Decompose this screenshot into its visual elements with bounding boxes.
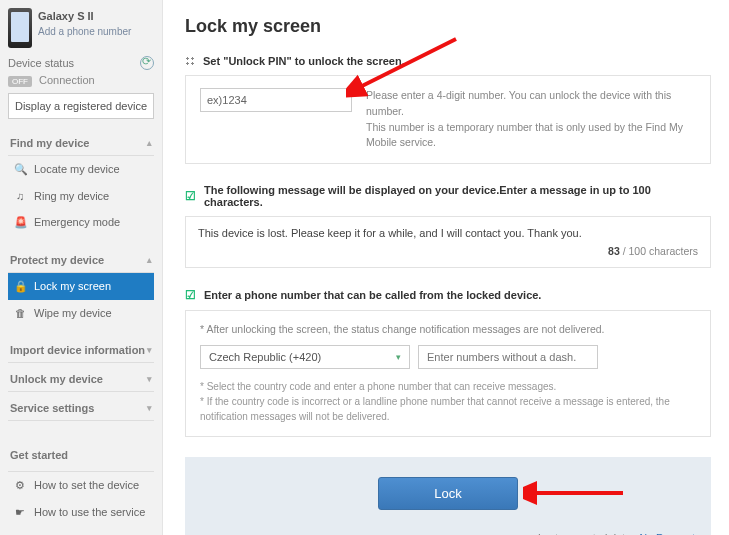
device-status-row: Device status	[8, 56, 154, 70]
char-count-unit: characters	[649, 245, 698, 257]
lock-icon: 🔒	[14, 280, 26, 293]
page-title: Lock my screen	[185, 16, 711, 37]
phone-footnotes: * Select the country code and enter a ph…	[200, 379, 696, 424]
sidebar: Galaxy S II Add a phone number Device st…	[0, 0, 162, 535]
annotation-arrow-icon	[523, 479, 633, 509]
char-counter: 83 / 100 characters	[198, 245, 698, 257]
device-summary: Galaxy S II Add a phone number	[8, 8, 154, 48]
section-unlock-my-device[interactable]: Unlock my device ▾	[8, 373, 154, 392]
sidebar-item-how-set[interactable]: ⚙ How to set the device	[8, 472, 154, 499]
refresh-icon[interactable]	[140, 56, 154, 70]
char-count-current: 83	[608, 245, 620, 257]
pin-input[interactable]	[200, 88, 352, 112]
sidebar-item-wipe[interactable]: 🗑 Wipe my device	[8, 300, 154, 326]
lock-panel: Lock Last requested date : No Request	[185, 457, 711, 535]
pin-heading: Set "Unlock PIN" to unlock the screen.	[203, 55, 405, 67]
block-pin: Set "Unlock PIN" to unlock the screen. P…	[185, 55, 711, 164]
chevron-up-icon: ▴	[147, 138, 152, 148]
check-icon: ☑	[185, 288, 196, 302]
display-registered-device-button[interactable]: Display a registered device	[8, 93, 154, 119]
section-title: Unlock my device	[10, 373, 103, 385]
section-import-device-info[interactable]: Import device information ▾	[8, 344, 154, 363]
phone-number-input[interactable]	[418, 345, 598, 369]
siren-icon: 🚨	[14, 216, 26, 229]
sidebar-item-label: Emergency mode	[34, 216, 120, 228]
sidebar-item-label: How to use the service	[34, 506, 145, 518]
section-find-my-device[interactable]: Find my device ▴	[8, 137, 154, 156]
check-icon: ☑	[185, 189, 196, 203]
block-phone: ☑ Enter a phone number that can be calle…	[185, 288, 711, 437]
add-phone-number-link[interactable]: Add a phone number	[38, 26, 131, 37]
chevron-down-icon: ▾	[147, 403, 152, 413]
message-heading: The following message will be displayed …	[204, 184, 711, 208]
trash-icon: 🗑	[14, 307, 26, 319]
chevron-down-icon: ▾	[147, 374, 152, 384]
pin-hint: Please enter a 4-digit number. You can u…	[366, 88, 696, 151]
sidebar-item-emergency[interactable]: 🚨 Emergency mode	[8, 209, 154, 236]
country-code-select[interactable]: Czech Republic (+420) ▾	[200, 345, 410, 369]
section-title: Find my device	[10, 137, 89, 149]
magnifier-icon: 🔍	[14, 163, 26, 176]
phone-heading: Enter a phone number that can be called …	[204, 289, 541, 301]
hand-icon: ☛	[14, 506, 26, 519]
pin-hint-line1: Please enter a 4-digit number. You can u…	[366, 89, 671, 117]
sidebar-item-label: Locate my device	[34, 163, 120, 175]
sidebar-item-label: How to set the device	[34, 479, 139, 491]
section-title: Service settings	[10, 402, 94, 414]
message-input[interactable]: This device is lost. Please keep it for …	[198, 227, 698, 239]
section-title: Import device information	[10, 344, 145, 356]
sidebar-item-label: Ring my device	[34, 190, 109, 202]
sidebar-item-locate[interactable]: 🔍 Locate my device	[8, 156, 154, 183]
off-badge: OFF	[8, 76, 32, 87]
lock-button[interactable]: Lock	[378, 477, 518, 510]
section-get-started: Get started	[8, 449, 154, 467]
phone-footnote-2: * If the country code is incorrect or a …	[200, 394, 696, 424]
gear-icon: ⚙	[14, 479, 26, 492]
connection-label: Connection	[39, 74, 95, 86]
block-message: ☑ The following message will be displaye…	[185, 184, 711, 268]
chevron-down-icon: ▾	[396, 352, 401, 362]
country-selected: Czech Republic (+420)	[209, 351, 321, 363]
sidebar-item-lock-screen[interactable]: 🔒 Lock my screen	[8, 273, 154, 300]
phone-footnote-1: * Select the country code and enter a ph…	[200, 379, 696, 394]
section-title: Protect my device	[10, 254, 104, 266]
char-count-max: 100	[629, 245, 647, 257]
music-note-icon: ♫	[14, 190, 26, 202]
grid-dots-icon	[185, 56, 195, 66]
main-content: Lock my screen Set "Unlock PIN" to unloc…	[162, 0, 729, 535]
phone-thumbnail-icon	[8, 8, 32, 48]
phone-top-note: * After unlocking the screen, the status…	[200, 323, 696, 335]
sidebar-item-ring[interactable]: ♫ Ring my device	[8, 183, 154, 209]
sidebar-item-label: Wipe my device	[34, 307, 112, 319]
section-protect-my-device[interactable]: Protect my device ▴	[8, 254, 154, 273]
section-service-settings[interactable]: Service settings ▾	[8, 402, 154, 421]
pin-hint-line2: This number is a temporary number that i…	[366, 121, 683, 149]
chevron-up-icon: ▴	[147, 255, 152, 265]
chevron-down-icon: ▾	[147, 345, 152, 355]
device-name: Galaxy S II	[38, 10, 131, 22]
sidebar-item-label: Lock my screen	[34, 280, 111, 292]
device-status-label: Device status	[8, 57, 74, 69]
connection-status: OFF Connection	[8, 74, 154, 87]
section-title: Get started	[10, 449, 68, 461]
sidebar-item-how-use[interactable]: ☛ How to use the service	[8, 499, 154, 526]
